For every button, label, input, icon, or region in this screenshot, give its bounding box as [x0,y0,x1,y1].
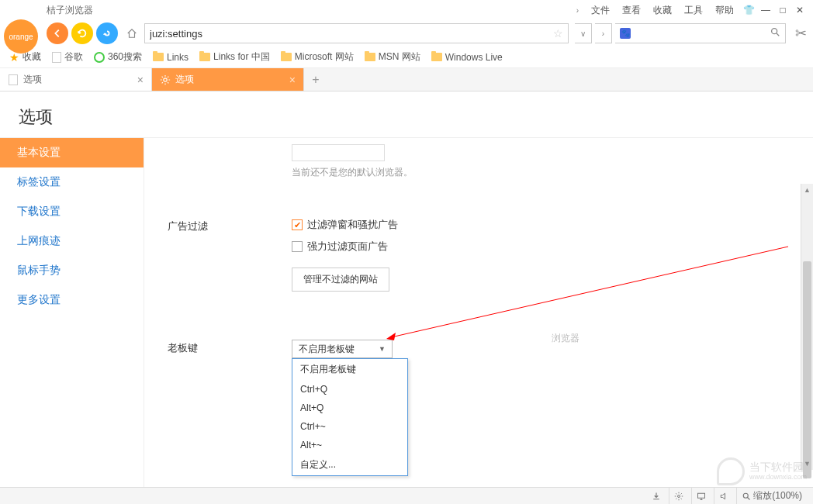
bookmark-microsoft[interactable]: Microsoft 网站 [278,49,357,65]
scrollbar-thumb[interactable] [803,261,811,478]
checkbox-icon: ✔ [292,219,303,230]
checkbox-icon [292,241,303,252]
bookmark-links-cn[interactable]: Links for 中国 [196,49,273,65]
maximize-button[interactable]: □ [776,3,790,17]
scroll-down-icon[interactable]: ▼ [801,457,813,470]
app-logo: orange [4,19,38,54]
vertical-scrollbar[interactable]: ▲ ▼ [801,184,813,470]
folder-icon [199,53,210,61]
monitor-icon[interactable] [691,488,711,504]
checkbox-strong-filter[interactable]: 强力过滤页面广告 [292,240,813,254]
zoom-label: 缩放(100%) [753,489,802,502]
manage-whitelist-button[interactable]: 管理不过滤的网站 [292,268,389,292]
folder-icon [281,53,292,61]
sidebar-item-download[interactable]: 下载设置 [0,197,144,226]
section-adfilter: 广告过滤 ✔ 过滤弹窗和骚扰广告 强力过滤页面广告 管理不过滤的网站 [168,218,813,292]
download-icon[interactable] [647,488,666,504]
adfilter-label: 广告过滤 [168,218,292,233]
app-title: 桔子浏览器 [47,4,93,17]
dropdown-option[interactable]: 不启用老板键 [292,359,407,380]
menu-tools[interactable]: 工具 [680,2,707,19]
url-input[interactable] [150,28,550,40]
chevron-down-icon: ▼ [379,345,386,353]
dropdown-option[interactable]: 自定义... [292,454,407,475]
checkbox-label: 强力过滤页面广告 [307,240,388,254]
folder-icon [365,53,375,61]
bosskey-dropdown-menu: 不启用老板键 Ctrl+Q Alt+Q Ctrl+~ Alt+~ 自定义... [292,358,408,476]
tab-options-active[interactable]: 选项 × [152,68,304,91]
mute-icon[interactable] [714,488,733,504]
search-engine-icon: 🐾 [620,28,631,39]
menu-favorites[interactable]: 收藏 [649,2,676,19]
minimize-button[interactable]: — [759,3,773,17]
nav-bar: ☆ ∨ › 🐾 ✂ [0,20,813,47]
page-icon [8,74,19,85]
svg-rect-5 [698,493,705,498]
360-icon [94,52,105,63]
sidebar-item-basic[interactable]: 基本设置 [0,138,144,167]
bookmark-star-icon[interactable]: ☆ [553,27,563,40]
folder-icon [153,53,164,61]
tab-close-icon[interactable]: × [137,74,144,86]
folder-icon [431,53,442,61]
bookmark-google[interactable]: 谷歌 [49,49,86,65]
menu-file[interactable]: 文件 [586,2,614,19]
checkbox-label: 过滤弹窗和骚扰广告 [307,218,398,232]
sidebar-item-more[interactable]: 更多设置 [0,285,144,315]
dropdown-option[interactable]: Ctrl+Q [292,380,407,399]
scroll-up-icon[interactable]: ▲ [801,184,813,196]
menu-help[interactable]: 帮助 [711,2,739,19]
svg-point-1 [164,78,167,81]
bookmark-360[interactable]: 360搜索 [91,49,145,65]
tab-options-inactive[interactable]: 选项 × [0,68,152,91]
bookmark-msn[interactable]: MSN 网站 [362,49,424,65]
tab-close-icon[interactable]: × [289,74,296,86]
bookmark-links[interactable]: Links [150,50,192,64]
home-icon[interactable] [126,27,138,40]
dropdown-selected: 不启用老板键 [299,343,355,356]
title-bar: orange 桔子浏览器 › 文件 查看 收藏 工具 帮助 👕 — □ ✕ [0,0,813,20]
settings-main: 当前还不是您的默认浏览器。 广告过滤 ✔ 过滤弹窗和骚扰广告 强力过滤页面广告 … [144,91,813,487]
page-title: 选项 [0,91,813,138]
dropdown-option[interactable]: Alt+~ [292,436,407,454]
back-button[interactable] [47,22,68,44]
zoom-control[interactable]: 缩放(100%) [736,488,807,504]
forward-button[interactable] [96,22,118,44]
svg-point-0 [772,29,777,34]
sidebar-item-tabs[interactable]: 标签设置 [0,167,144,197]
sidebar-item-gestures[interactable]: 鼠标手势 [0,256,144,285]
obscured-text: 浏览器 [552,332,579,345]
refresh-button[interactable] [71,22,93,44]
status-bar: 缩放(100%) [0,487,813,504]
search-engine-dropdown[interactable]: ∨ [575,23,592,43]
address-bar[interactable]: ☆ [144,23,569,43]
svg-point-6 [744,493,749,498]
menu-overflow-icon[interactable]: › [572,5,583,16]
section-bosskey: 老板键 不启用老板键 ▼ 不启用老板键 Ctrl+Q Alt+Q Ctrl+~ … [168,340,813,358]
search-box[interactable]: 🐾 [615,23,786,43]
bosskey-dropdown[interactable]: 不启用老板键 ▼ [292,340,393,358]
bookmarks-bar: ★收藏 谷歌 360搜索 Links Links for 中国 Microsof… [0,47,813,68]
close-button[interactable]: ✕ [793,3,807,17]
tab-label: 选项 [175,73,194,86]
default-browser-note: 当前还不是您的默认浏览器。 [292,166,813,179]
bosskey-label: 老板键 [168,340,292,355]
tab-label: 选项 [23,73,42,86]
page-icon [52,52,61,63]
dropdown-option[interactable]: Ctrl+~ [292,417,407,436]
settings-sidebar: 基本设置 标签设置 下载设置 上网痕迹 鼠标手势 更多设置 [0,91,144,487]
sidebar-item-history[interactable]: 上网痕迹 [0,226,144,256]
skin-icon[interactable]: 👕 [742,3,756,17]
checkbox-popup-filter[interactable]: ✔ 过滤弹窗和骚扰广告 [292,218,813,232]
bookmark-windowslive[interactable]: Windows Live [428,50,506,64]
settings-icon[interactable] [669,488,688,504]
svg-point-4 [678,495,680,497]
menu-view[interactable]: 查看 [618,2,645,19]
new-tab-button[interactable]: + [304,68,327,91]
search-icon[interactable] [770,26,780,40]
search-go[interactable]: › [595,23,612,43]
dropdown-option[interactable]: Alt+Q [292,399,407,417]
gear-icon [160,74,171,85]
screenshot-icon[interactable]: ✂ [795,25,807,42]
tab-bar: 选项 × 选项 × + [0,68,813,91]
